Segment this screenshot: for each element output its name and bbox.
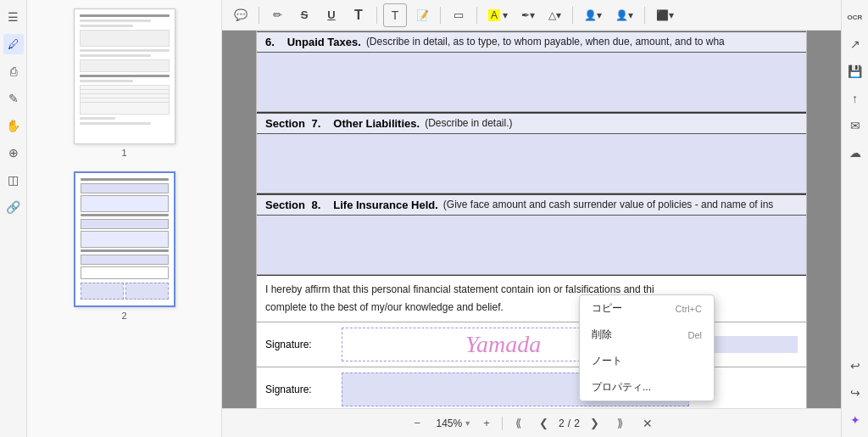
- sig-yamada: Yamada: [465, 331, 541, 358]
- section-8-label: Section: [265, 199, 305, 211]
- underline-btn[interactable]: U: [320, 3, 343, 27]
- user2-btn[interactable]: 👤▾: [610, 3, 638, 27]
- doc-page: 6. Unpaid Taxes. (Describe in detail, as…: [256, 31, 807, 408]
- edit2-icon[interactable]: ✎: [3, 88, 24, 109]
- sig-label-1: Signature:: [265, 339, 333, 350]
- thumb-num-2: 2: [121, 311, 126, 321]
- main-area: 💬 ✏ S U T T 📝 ▭ A▾ ✒▾ △▾ 👤▾ 👤▾ ⬛▾ 6.: [222, 0, 841, 437]
- upload-icon[interactable]: ↑: [845, 88, 865, 109]
- section-6: 6. Unpaid Taxes. (Describe in detail, as…: [257, 31, 806, 113]
- page-total: 2: [574, 417, 580, 429]
- sig-row-1: Signature: Yamada Date:: [257, 322, 806, 367]
- page-last-btn[interactable]: ⟫: [610, 413, 631, 434]
- statement-text2: complete to the best of my/our knowledge…: [265, 300, 504, 315]
- sep5: [572, 7, 573, 24]
- bottom-bar: − 145% ▼ + ⟪ ❮ 2 / 2 ❯ ⟫ ✕: [222, 408, 841, 437]
- ctx-copy-shortcut: Ctrl+C: [676, 304, 702, 314]
- sep4: [476, 7, 477, 24]
- stamp-btn[interactable]: ⬛▾: [651, 3, 679, 27]
- sig-row-2: Signature:: [257, 367, 806, 408]
- sep1: [259, 7, 259, 24]
- context-menu: コピー Ctrl+C 削除 Del ノート プロパティ...: [579, 294, 715, 401]
- page-prev-btn[interactable]: ❮: [533, 413, 554, 434]
- ctx-note-label: ノート: [592, 354, 622, 368]
- date-field[interactable]: [704, 336, 798, 353]
- page-current: 2: [559, 417, 565, 429]
- section-8-desc: (Give face amount and cash surrender val…: [443, 199, 774, 211]
- page-first-btn[interactable]: ⟪: [508, 413, 528, 434]
- search-icon[interactable]: ⊕: [3, 143, 24, 163]
- ctx-copy-label: コピー: [592, 301, 622, 316]
- section-6-body: [257, 53, 806, 112]
- doc-wrapper: 6. Unpaid Taxes. (Describe in detail, as…: [222, 31, 841, 437]
- strikethrough-btn[interactable]: S: [292, 3, 316, 27]
- section-7-num: 7.: [312, 117, 321, 130]
- section-7: Section 7. Other Liabilities. (Describe …: [257, 113, 806, 194]
- section-6-label: 6.: [265, 36, 275, 48]
- attach-icon[interactable]: 🔗: [3, 197, 24, 217]
- section-6-desc: (Describe in detail, as to type, to whom…: [366, 36, 725, 48]
- text-btn[interactable]: T: [347, 3, 370, 27]
- doc-view[interactable]: 6. Unpaid Taxes. (Describe in detail, as…: [222, 31, 841, 408]
- section-6-title: Unpaid Taxes.: [287, 36, 361, 48]
- section-7-desc: (Describe in detail.): [425, 117, 512, 130]
- thumbnail-1[interactable]: 1: [74, 8, 175, 158]
- page-next-btn[interactable]: ❯: [585, 413, 605, 434]
- section-7-title: Other Liabilities.: [333, 117, 420, 130]
- ctx-properties[interactable]: プロパティ...: [580, 374, 714, 401]
- thumbnail-2[interactable]: 2: [74, 171, 175, 321]
- ctx-properties-label: プロパティ...: [592, 380, 651, 395]
- toolbar: 💬 ✏ S U T T 📝 ▭ A▾ ✒▾ △▾ 👤▾ 👤▾ ⬛▾: [222, 0, 841, 31]
- ctx-note[interactable]: ノート: [580, 348, 714, 374]
- thumb-frame-2: [74, 171, 175, 307]
- sig-label-2: Signature:: [265, 384, 333, 395]
- section-6-header: 6. Unpaid Taxes. (Describe in detail, as…: [257, 31, 806, 53]
- section-7-label: Section: [265, 117, 305, 130]
- save-icon[interactable]: 💾: [845, 61, 865, 81]
- user-btn[interactable]: 👤▾: [579, 3, 607, 27]
- section-7-body: [257, 134, 806, 193]
- pencil-btn[interactable]: ✏: [265, 3, 289, 27]
- undo-icon[interactable]: ↩: [845, 356, 865, 376]
- zoom-in-btn[interactable]: +: [476, 413, 497, 434]
- section-8-header: Section 8. Life Insurance Held. (Give fa…: [257, 194, 806, 216]
- right-sidebar: OCR ↗ 💾 ↑ ✉ ☁ ↩ ↪ ✦: [841, 0, 868, 437]
- textbox-btn[interactable]: T: [383, 3, 407, 27]
- draw-btn[interactable]: ✒▾: [516, 3, 540, 27]
- shape-rect-btn[interactable]: ▭: [447, 3, 470, 27]
- section-8: Section 8. Life Insurance Held. (Give fa…: [257, 194, 806, 276]
- section-8-body: [257, 216, 806, 275]
- sep-bottom: [502, 417, 503, 430]
- ai-icon[interactable]: ✦: [845, 410, 865, 430]
- shape-btn[interactable]: △▾: [543, 3, 566, 27]
- zoom-value: 145%: [432, 417, 462, 429]
- highlight-btn[interactable]: A▾: [483, 3, 513, 27]
- export-icon[interactable]: ↗: [845, 34, 865, 54]
- zoom-dropdown-icon: ▼: [464, 419, 471, 428]
- page-icon[interactable]: ☰: [3, 7, 24, 27]
- close-btn[interactable]: ✕: [639, 415, 656, 432]
- comment-btn[interactable]: 💬: [229, 3, 253, 27]
- ctx-delete-label: 削除: [592, 328, 612, 342]
- zoom-out-btn[interactable]: −: [407, 413, 427, 434]
- highlight-icon[interactable]: 🖊: [3, 34, 24, 54]
- sep2: [376, 7, 377, 24]
- page-sep: /: [568, 417, 570, 429]
- mail-icon[interactable]: ✉: [845, 115, 865, 136]
- ctx-copy[interactable]: コピー Ctrl+C: [580, 295, 714, 322]
- statement-text: I hereby affirm that this personal finan…: [265, 283, 534, 297]
- hand-icon[interactable]: ✋: [3, 115, 24, 136]
- cloud-icon[interactable]: ☁: [845, 143, 865, 163]
- ctx-delete-shortcut: Del: [687, 330, 702, 340]
- statement-row: I hereby affirm that this personal finan…: [257, 276, 806, 322]
- sep6: [644, 7, 645, 24]
- left-sidebar: ☰ 🖊 ⎙ ✎ ✋ ⊕ ◫ 🔗: [0, 0, 27, 437]
- ctx-delete[interactable]: 削除 Del: [580, 322, 714, 348]
- thumb-frame-1: [74, 8, 175, 144]
- redo-icon[interactable]: ↪: [845, 383, 865, 403]
- note-btn[interactable]: 📝: [410, 3, 434, 27]
- ocr-icon[interactable]: OCR: [845, 7, 865, 27]
- stamp-icon[interactable]: ⎙: [3, 61, 24, 81]
- layers-icon[interactable]: ◫: [3, 170, 24, 190]
- thumbnail-panel: 1 2: [27, 0, 222, 437]
